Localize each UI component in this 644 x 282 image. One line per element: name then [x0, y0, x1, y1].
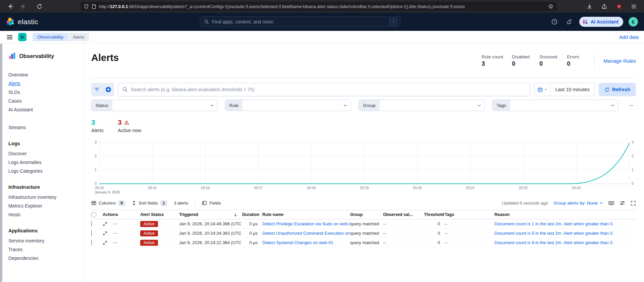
reason-link[interactable]: Document count is 1 in the last 2m. Aler… [494, 221, 636, 226]
y-tick: 2 [632, 154, 634, 158]
elastic-logo[interactable]: elastic [6, 17, 38, 26]
expand-alert-icon[interactable] [103, 240, 107, 245]
downloads-icon[interactable] [584, 1, 594, 11]
sidebar-item-metrics-explorer[interactable]: Metrics Explorer [8, 202, 84, 210]
more-actions-icon[interactable] [113, 222, 117, 226]
filter-icon[interactable] [91, 83, 103, 96]
reason-link[interactable]: Document count is 5 in the last 2m. Aler… [494, 231, 636, 236]
sidebar-item-cases[interactable]: Cases [8, 97, 84, 105]
sidebar-item-logs-anomalies[interactable]: Logs Anomalies [8, 158, 84, 167]
sidebar-item-alerts[interactable]: Alerts [8, 79, 84, 88]
sidebar-item-service-inventory[interactable]: Service inventory [8, 236, 84, 245]
ai-assistant-button[interactable]: AI Assistant [579, 17, 623, 27]
header-group[interactable]: Group [350, 212, 383, 217]
x-tick: 20:22 [519, 186, 528, 190]
row-checkbox[interactable] [91, 230, 92, 236]
header-triggered[interactable]: Triggered [179, 212, 242, 217]
x-tick: 20:18 [307, 186, 316, 190]
divider [195, 201, 195, 206]
url-text: http://127.0.0.1:8833/app/observability/… [99, 4, 545, 9]
header-observed-value[interactable]: Observed val... [383, 212, 424, 217]
header-threshold[interactable]: Threshold [424, 212, 445, 217]
filter-group[interactable]: Group [359, 100, 485, 111]
tags-cell: -- [445, 221, 494, 226]
rule-name-link[interactable]: Detect Unauthorized Command Execution on… [262, 231, 350, 236]
global-search-field[interactable] [212, 19, 387, 24]
header-rule-name[interactable]: Rule name [262, 212, 350, 217]
sidebar-item-streams[interactable]: Streams [8, 123, 84, 132]
sidebar-item-discover[interactable]: Discover [8, 149, 84, 158]
bookmark-star-icon[interactable] [548, 4, 553, 9]
sidebar-item-logs-categories[interactable]: Logs Categories [8, 167, 84, 175]
sidebar-item-traces[interactable]: Traces [8, 245, 84, 254]
y-tick: 0 [95, 181, 97, 185]
avatar[interactable]: E [629, 17, 638, 26]
reload-icon[interactable] [34, 1, 44, 11]
row-checkbox[interactable] [91, 221, 92, 227]
alerts-search-input[interactable] [131, 87, 526, 92]
alerts-chart[interactable]: 3 2 1 0 3 2 1 0 20:14 20:15 20:16 20:17 … [91, 139, 636, 195]
filter-tags[interactable]: Tags [492, 100, 619, 111]
sidebar-item-dependencies[interactable]: Dependencies [8, 254, 84, 263]
more-actions-icon[interactable] [113, 231, 117, 236]
shield-permissions-icon[interactable] [84, 4, 89, 9]
observability-icon [8, 52, 16, 60]
add-filter-icon[interactable] [103, 83, 114, 96]
reason-link[interactable]: Document count is 9 in the last 2m. Aler… [494, 240, 636, 245]
sidebar-item-overview[interactable]: Overview [8, 70, 84, 79]
select-all-checkbox[interactable] [91, 212, 96, 217]
forward-icon[interactable] [18, 1, 28, 11]
help-icon[interactable]: ? [550, 17, 559, 26]
keyboard-shortcuts-icon[interactable] [608, 200, 614, 206]
time-range-button[interactable]: Last 10 minutes [551, 83, 594, 96]
share-icon[interactable] [599, 1, 609, 11]
alerts-total: 3 alerts [174, 201, 188, 206]
breadcrumb-observability[interactable]: Observability [33, 33, 69, 41]
search-icon [204, 19, 209, 24]
sidebar-scrollbar[interactable] [0, 44, 2, 282]
chevron-down-icon [544, 88, 547, 91]
adblock-shield-icon[interactable] [614, 1, 624, 11]
address-bar[interactable]: http://127.0.0.1:8833/app/observability/… [80, 2, 557, 11]
quick-select-button[interactable] [535, 83, 551, 96]
sidebar-title: Observability [19, 53, 54, 59]
slash-shortcut-hint: / [389, 18, 397, 25]
chevron-down-icon [477, 103, 485, 108]
manage-rules-link[interactable]: Manage Rules [603, 58, 636, 64]
sidebar-item-ai-assistant[interactable]: AI Assistant [8, 105, 84, 114]
rule-name-link[interactable]: Detect Systemd Changes on web-01 [262, 240, 350, 245]
menu-icon[interactable] [629, 1, 639, 11]
more-actions-icon[interactable] [113, 240, 117, 245]
sidebar-item-hosts[interactable]: Hosts [8, 210, 84, 219]
sidebar-item-slos[interactable]: SLOs [8, 88, 84, 97]
nav-menu-icon[interactable] [5, 33, 14, 42]
observed-value-cell: -- [383, 231, 424, 236]
expand-alert-icon[interactable] [103, 222, 107, 226]
fields-button[interactable]: Fields [202, 201, 221, 206]
filter-rule[interactable]: Rule [225, 100, 352, 111]
page-info-icon[interactable] [92, 4, 96, 9]
group-alerts-by-button[interactable]: Group alerts by: None [553, 201, 603, 206]
sort-fields-button[interactable]: Sort fields 1 [132, 201, 167, 206]
columns-button[interactable]: Columns 9 [91, 201, 125, 206]
add-data-link[interactable]: Add data [619, 35, 639, 40]
sidebar-item-infrastructure-inventory[interactable]: Infrastructure inventory [8, 193, 84, 202]
filter-status[interactable]: Status [91, 100, 218, 111]
back-icon[interactable] [5, 1, 15, 11]
display-options-icon[interactable] [620, 200, 625, 206]
newsfeed-icon[interactable] [565, 17, 574, 26]
fullscreen-icon[interactable] [631, 201, 636, 206]
expand-alert-icon[interactable] [103, 231, 107, 236]
global-search-input[interactable]: / [200, 16, 400, 27]
header-alert-status[interactable]: Alert Status [140, 212, 179, 217]
header-reason[interactable]: Reason [494, 212, 636, 217]
project-badge[interactable]: D [18, 33, 26, 41]
header-duration[interactable]: Duration [242, 212, 262, 217]
rule-name-link[interactable]: Detect Privilege Escalation via Sudo on … [262, 221, 350, 226]
row-checkbox[interactable] [91, 240, 92, 245]
header-tags[interactable]: Tags [445, 212, 494, 217]
breadcrumb: Observability Alerts [33, 33, 89, 41]
alerts-search-box[interactable] [118, 83, 530, 96]
more-filters-button[interactable] [626, 103, 636, 108]
refresh-button[interactable]: Refresh [599, 83, 636, 96]
